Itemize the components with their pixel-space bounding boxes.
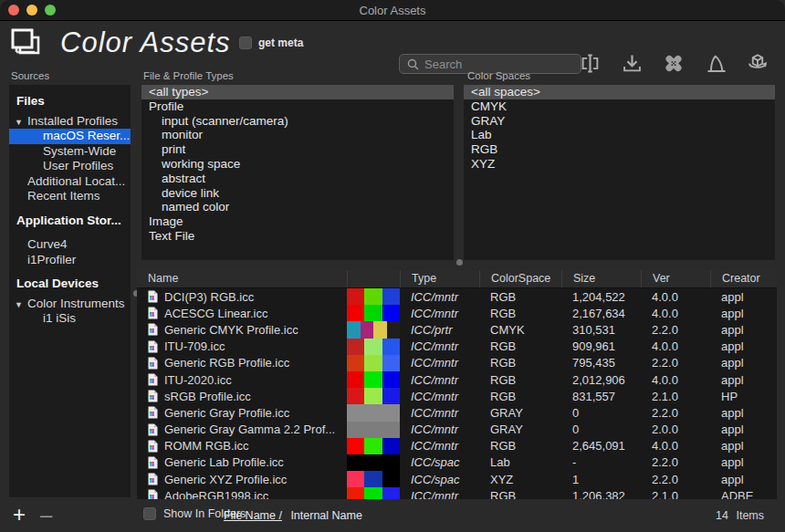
file-profile-types-list: <all types>Profileinput (scanner/camera)… [141, 85, 454, 260]
color-swatch [347, 454, 400, 471]
profile-size: 2,167,634 [561, 305, 641, 321]
table-row[interactable]: Generic Gray Gamma 2.2 Prof... ICC/mntr … [137, 422, 777, 438]
color-spaces-list: <all spaces>CMYKGRAYLabRGBXYZ [464, 85, 775, 260]
profile-creator: appl [710, 422, 777, 438]
table-row[interactable]: sRGB Profile.icc ICC/mntr RGB 831,557 2.… [137, 388, 777, 404]
profile-version: 2.1.0 [641, 487, 710, 499]
search-input[interactable] [424, 57, 573, 71]
table-row[interactable]: ACESCG Linear.icc ICC/mntr RGB 2,167,634… [137, 305, 777, 321]
profile-creator: appl [710, 471, 777, 487]
type-list-item[interactable]: abstract [141, 172, 454, 186]
column-header-swatch[interactable] [347, 270, 400, 287]
profiles-table: Name Type ColorSpace Size Ver Creator [137, 270, 777, 499]
show-in-folders-checkbox[interactable] [143, 507, 156, 520]
profile-document-icon [148, 440, 158, 453]
type-list-item[interactable]: monitor [141, 128, 454, 142]
column-header-name[interactable]: Name [137, 270, 347, 287]
sidebar-item[interactable]: Files [9, 94, 131, 110]
profile-colorspace: GRAY [479, 404, 561, 421]
table-row[interactable]: Generic CMYK Profile.icc ICC/prtr CMYK 3… [137, 321, 777, 338]
color-swatch [347, 487, 400, 499]
profile-document-icon [148, 390, 158, 402]
table-row[interactable]: ITU-2020.icc ICC/mntr RGB 2,012,906 4.0.… [137, 371, 777, 388]
add-button[interactable]: + [13, 502, 26, 527]
profile-colorspace: RGB [479, 438, 561, 454]
table-row[interactable]: Generic Lab Profile.icc ICC/spac Lab - 2… [137, 454, 777, 471]
sidebar-item[interactable]: Local Devices [9, 276, 131, 292]
column-header-colorspace[interactable]: ColorSpace [479, 270, 561, 287]
profile-creator: appl [710, 355, 777, 371]
app-logo-title: Color Assets [60, 26, 231, 59]
profile-document-icon [148, 357, 158, 370]
compare-width-icon[interactable] [577, 50, 602, 76]
space-list-item[interactable]: CMYK [464, 99, 775, 114]
profile-colorspace: CMYK [479, 321, 561, 338]
profile-name: Generic Gray Profile.icc [164, 406, 289, 420]
splitter-handle-horizontal[interactable] [456, 259, 463, 266]
type-list-item[interactable]: working space [141, 157, 454, 172]
window-title: Color Assets [0, 4, 785, 17]
get-meta-checkbox[interactable] [239, 37, 252, 49]
gamut-curve-icon[interactable] [703, 50, 728, 76]
sidebar-item[interactable]: Installed Profiles [9, 114, 131, 130]
type-list-item[interactable]: named color [141, 200, 454, 214]
table-row[interactable]: DCI(P3) RGB.icc ICC/mntr RGB 1,204,522 4… [137, 288, 777, 305]
space-list-item[interactable]: <all spaces> [464, 85, 775, 99]
type-list-item[interactable]: print [141, 142, 454, 157]
sidebar-item[interactable]: macOS Reser... [9, 129, 131, 144]
space-list-item[interactable]: Lab [464, 128, 775, 142]
bandage-icon[interactable] [661, 50, 686, 76]
color-swatch [347, 321, 400, 338]
remove-button[interactable]: – [40, 502, 52, 527]
sidebar-item[interactable]: Additional Locat... [9, 174, 131, 190]
profile-colorspace: XYZ [479, 471, 561, 487]
profile-size: 909,961 [561, 339, 641, 355]
download-icon[interactable] [619, 50, 644, 76]
column-header-creator[interactable]: Creator [710, 270, 777, 287]
table-row[interactable]: AdobeRGB1998.icc ICC/mntr RGB 1,206,382 … [137, 487, 777, 499]
space-list-item[interactable]: GRAY [464, 114, 775, 129]
sidebar-item[interactable]: Application Stor... [9, 214, 131, 229]
sidebar-item[interactable]: Recent Items [9, 189, 131, 204]
table-row[interactable]: ROMM RGB.icc ICC/mntr RGB 2,645,091 4.0.… [137, 438, 777, 454]
sidebar-item[interactable]: System-Wide [9, 144, 131, 160]
profile-version: 2.2.0 [641, 321, 710, 338]
space-list-item[interactable]: XYZ [464, 157, 775, 172]
table-row[interactable]: ITU-709.icc ICC/mntr RGB 909,961 4.0.0 a… [137, 339, 777, 355]
type-list-item[interactable]: device link [141, 186, 454, 201]
profile-colorspace: RGB [479, 487, 561, 499]
column-header-ver[interactable]: Ver [641, 270, 710, 287]
cube-3d-icon[interactable] [745, 50, 770, 76]
type-list-item[interactable]: Image [141, 214, 454, 229]
table-row[interactable]: Generic Gray Profile.icc ICC/mntr GRAY 0… [137, 404, 777, 421]
profile-name: Generic Gray Gamma 2.2 Prof... [164, 422, 335, 436]
profile-version: 2.2.0 [641, 454, 710, 471]
table-row[interactable]: Generic XYZ Profile.icc ICC/spac XYZ 1 2… [137, 471, 777, 487]
space-list-item[interactable]: RGB [464, 142, 775, 157]
sidebar-item[interactable]: Color Instruments [9, 297, 131, 312]
color-swatch [347, 371, 400, 388]
sidebar-item[interactable]: i1 iSis [9, 311, 131, 327]
get-meta-control: get meta [239, 37, 303, 49]
profile-creator: ADBE [710, 487, 777, 499]
table-row[interactable]: Generic RGB Profile.icc ICC/mntr RGB 795… [137, 355, 777, 371]
profile-version: 4.0.0 [641, 371, 710, 388]
column-header-size[interactable]: Size [561, 270, 641, 287]
type-list-item[interactable]: Text File [141, 229, 454, 244]
type-list-item[interactable]: <all types> [141, 85, 454, 99]
toolbar: Color Assets get meta [0, 21, 785, 64]
items-count-label: Items [736, 509, 764, 522]
column-header-type[interactable]: Type [400, 270, 479, 287]
type-list-item[interactable]: input (scanner/camera) [141, 114, 454, 129]
sort-by-internal-name[interactable]: Internal Name [290, 509, 362, 522]
profile-size: 0 [561, 422, 641, 438]
sidebar-item[interactable]: Curve4 [9, 237, 131, 253]
type-list-item[interactable]: Profile [141, 99, 454, 114]
profile-colorspace: RGB [479, 305, 561, 321]
table-header: Name Type ColorSpace Size Ver Creator [137, 270, 777, 288]
profile-name: Generic XYZ Profile.icc [164, 473, 287, 486]
sidebar-item[interactable]: i1Profiler [9, 253, 131, 268]
sidebar-item[interactable]: User Profiles [9, 159, 131, 174]
profile-name: Generic RGB Profile.icc [164, 356, 289, 370]
sort-by-file-name[interactable]: File Name / [224, 509, 282, 522]
